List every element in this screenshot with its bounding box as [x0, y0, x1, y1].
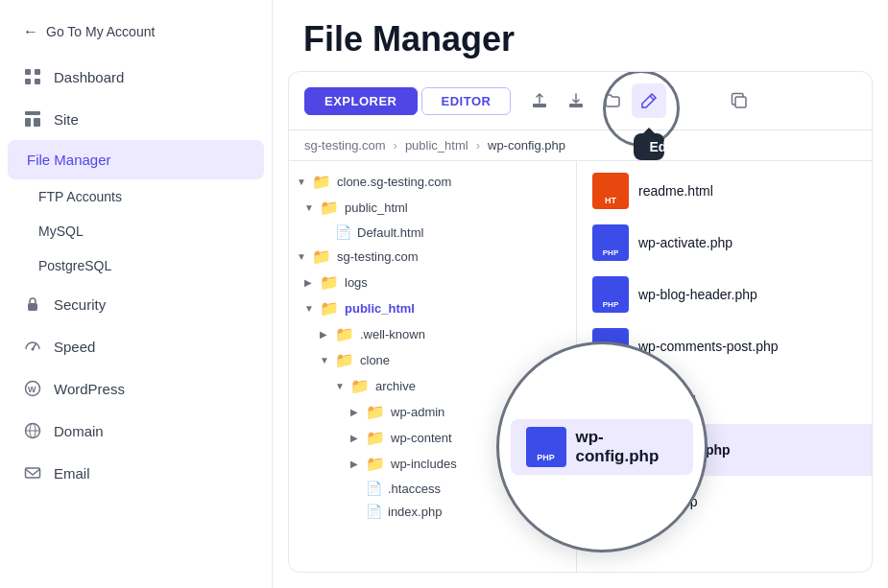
folder-icon: 📁: [335, 351, 354, 369]
folder-icon: 📁: [312, 247, 331, 266]
sidebar-item-dashboard[interactable]: Dashboard: [0, 56, 272, 98]
chevron-right-icon: ▶: [350, 459, 366, 469]
chevron-right-icon: ▶: [304, 277, 320, 288]
file-icon: 📄: [366, 481, 382, 496]
tree-item[interactable]: ▼ 📁 public_html: [289, 195, 576, 221]
tree-item[interactable]: ▶ 📁 .well-known: [289, 321, 576, 347]
tree-item[interactable]: ▶ 📁 logs: [289, 270, 576, 295]
grid-icon: [23, 67, 42, 86]
magnify-badge: PHP: [526, 427, 566, 467]
back-button[interactable]: ← Go To My Account: [0, 15, 272, 56]
magnify-filename: wp-config.php: [576, 428, 678, 466]
pencil-icon: [639, 91, 659, 110]
tree-item-label: .htaccess: [388, 482, 441, 496]
svg-rect-6: [34, 118, 40, 127]
file-badge: PHP: [592, 276, 629, 313]
file-row[interactable]: PHP wp-blog-header.php: [577, 269, 872, 320]
sidebar-item-domain[interactable]: Domain: [0, 410, 272, 452]
breadcrumb-sep-2: ›: [476, 138, 480, 153]
folder-icon: 📁: [366, 403, 385, 421]
breadcrumb-part-2[interactable]: public_html: [405, 138, 468, 153]
svg-rect-14: [26, 468, 40, 478]
svg-rect-15: [533, 104, 546, 107]
folder-icon: 📁: [320, 199, 339, 217]
file-row[interactable]: HT readme.html: [577, 165, 872, 217]
tree-item-label: public_html: [345, 301, 415, 316]
file-name: wp-activate.php: [638, 235, 732, 250]
copy-icon: [731, 92, 748, 109]
lock-icon: [23, 294, 42, 314]
wp-icon: W: [23, 379, 42, 398]
tree-item-label: clone: [360, 353, 390, 367]
edit-button[interactable]: [632, 83, 666, 118]
page-title: File Manager: [303, 19, 857, 59]
sidebar-item-label: PostgreSQL: [38, 258, 111, 273]
svg-rect-3: [35, 79, 40, 84]
svg-rect-0: [25, 69, 31, 75]
magnify-content: PHP wp-config.php: [511, 419, 693, 475]
sidebar-item-label: WordPress: [54, 381, 125, 397]
chevron-down-icon: ▼: [297, 176, 312, 187]
chevron-right-icon: ▶: [320, 329, 335, 340]
tree-item-label: public_html: [345, 200, 408, 215]
file-name: wp-blog-header.php: [638, 287, 757, 302]
tree-item-label: wp-admin: [391, 405, 444, 419]
sidebar-item-label: File Manager: [23, 152, 111, 168]
main-header: File Manager: [273, 0, 888, 71]
tree-item[interactable]: ▼ 📁 clone.sg-testing.com: [289, 169, 576, 195]
chevron-down-icon: ▼: [335, 381, 350, 391]
breadcrumb-part-3: wp-config.php: [488, 138, 565, 153]
sidebar-item-ftp-accounts[interactable]: FTP Accounts: [0, 179, 272, 214]
back-arrow-icon: ←: [23, 23, 38, 40]
download-button[interactable]: [559, 83, 593, 118]
explorer-button[interactable]: EXPLORER: [304, 87, 418, 115]
sidebar-item-site[interactable]: Site: [0, 98, 272, 140]
sidebar-item-mysql[interactable]: MySQL: [0, 214, 272, 248]
folder-icon: 📁: [320, 273, 339, 292]
svg-text:W: W: [28, 385, 36, 394]
sidebar-item-file-manager[interactable]: File Manager: [8, 140, 264, 179]
svg-rect-4: [25, 111, 40, 115]
file-badge: HT: [592, 173, 629, 209]
svg-rect-17: [735, 97, 746, 107]
svg-rect-5: [25, 118, 31, 127]
svg-point-8: [32, 348, 35, 351]
tree-item[interactable]: ▶ 📄 Default.html: [289, 221, 576, 244]
upload-icon: [531, 92, 548, 109]
chevron-down-icon: ▼: [304, 202, 320, 213]
tree-item[interactable]: ▼ 📁 public_html: [289, 295, 576, 321]
sidebar-item-postgresql[interactable]: PostgreSQL: [0, 248, 272, 283]
breadcrumb-part-1[interactable]: sg-testing.com: [304, 138, 386, 153]
magnify-circle: PHP wp-config.php: [496, 341, 708, 553]
new-folder-icon: [604, 92, 621, 109]
sidebar-item-wordpress[interactable]: W WordPress: [0, 367, 272, 410]
tree-item-label: clone.sg-testing.com: [337, 175, 451, 189]
sidebar-item-security[interactable]: Security: [0, 283, 272, 325]
folder-icon: 📁: [335, 325, 354, 343]
upload-button[interactable]: [522, 83, 557, 118]
tree-item[interactable]: ▼ 📁 sg-testing.com: [289, 244, 576, 270]
copy-button[interactable]: [722, 83, 756, 118]
file-row[interactable]: PHP wp-activate.php: [577, 217, 872, 269]
folder-icon: 📁: [366, 455, 385, 473]
toolbar: EXPLORER EDITOR: [289, 72, 872, 130]
svg-rect-2: [25, 79, 31, 84]
sidebar-item-label: Dashboard: [54, 69, 124, 85]
chevron-right-icon: ▶: [350, 433, 366, 443]
sidebar-item-speed[interactable]: Speed: [0, 325, 272, 367]
folder-icon: 📁: [350, 377, 370, 395]
new-folder-button[interactable]: [595, 83, 630, 118]
tree-item-label: .well-known: [360, 327, 425, 341]
sidebar-item-label: Domain: [54, 423, 104, 439]
layout-icon: [23, 109, 42, 129]
chevron-down-icon: ▼: [320, 355, 335, 365]
folder-icon: 📁: [320, 299, 339, 318]
svg-rect-1: [35, 69, 40, 75]
folder-icon: 📁: [312, 173, 331, 191]
breadcrumb: sg-testing.com › public_html › wp-config…: [289, 130, 872, 161]
editor-button[interactable]: EDITOR: [421, 87, 512, 115]
sidebar: ← Go To My Account Dashboard Site File M…: [0, 0, 273, 588]
svg-rect-16: [569, 104, 583, 107]
folder-icon: 📁: [366, 429, 385, 447]
sidebar-item-email[interactable]: Email: [0, 452, 272, 494]
